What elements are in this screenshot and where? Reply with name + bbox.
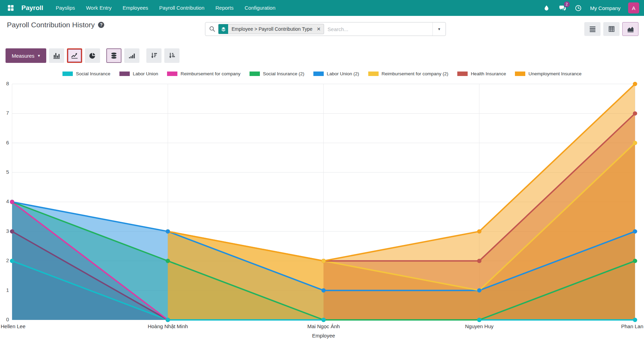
data-point[interactable] bbox=[322, 288, 325, 292]
legend-item[interactable]: Reimbursement for company bbox=[167, 71, 240, 76]
facet-remove-icon[interactable] bbox=[316, 24, 324, 34]
sort-ascending-button[interactable] bbox=[164, 48, 179, 63]
y-tick-label: 6 bbox=[6, 140, 9, 145]
list-view-button[interactable] bbox=[584, 22, 601, 36]
x-tick-label: Phan Lan bbox=[621, 323, 643, 329]
nav-item-reports[interactable]: Reports bbox=[211, 0, 238, 16]
measures-label: Measures bbox=[12, 53, 35, 59]
stacked-toggle-button[interactable] bbox=[106, 48, 121, 63]
search-icon bbox=[209, 26, 216, 32]
search-facet-groupby[interactable]: Employee > Payroll Contribution Type bbox=[218, 24, 324, 34]
data-point[interactable] bbox=[322, 318, 325, 322]
graph-view-button[interactable] bbox=[622, 22, 638, 36]
view-switcher bbox=[584, 22, 638, 36]
data-point[interactable] bbox=[10, 229, 14, 233]
data-point[interactable] bbox=[633, 112, 637, 115]
legend-item[interactable]: Labor Union bbox=[119, 71, 158, 76]
page-title-text: Payroll Contribution History bbox=[7, 21, 95, 29]
y-tick-label: 5 bbox=[6, 169, 9, 175]
x-axis-title: Employee bbox=[312, 333, 335, 339]
nav-item-work-entry[interactable]: Work Entry bbox=[81, 0, 116, 16]
legend-swatch bbox=[457, 72, 468, 76]
data-point[interactable] bbox=[477, 288, 481, 292]
legend-item[interactable]: Social Insurance (2) bbox=[250, 71, 304, 76]
legend-label: Unemployment Insurance bbox=[528, 71, 582, 76]
chart-area: 012345678Hellen LeeHoàng Nhật MinhMai Ng… bbox=[0, 80, 644, 342]
data-point[interactable] bbox=[166, 259, 170, 263]
nav-item-payroll-contribution[interactable]: Payroll Contribution bbox=[154, 0, 209, 16]
x-tick-label: Nguyen Huy bbox=[465, 323, 494, 329]
nav-item-payslips[interactable]: Payslips bbox=[51, 0, 80, 16]
messages-icon[interactable]: 2 bbox=[558, 4, 567, 12]
search-dropdown-toggle[interactable] bbox=[432, 22, 446, 36]
data-point[interactable] bbox=[477, 318, 481, 322]
data-point[interactable] bbox=[166, 229, 170, 233]
legend-label: Health Insurance bbox=[471, 71, 506, 76]
legend-swatch bbox=[250, 72, 260, 76]
search-input[interactable]: Search... bbox=[328, 26, 432, 32]
data-point[interactable] bbox=[633, 229, 637, 233]
pivot-view-button[interactable] bbox=[603, 22, 619, 36]
y-tick-label: 0 bbox=[6, 316, 9, 322]
sort-descending-button[interactable] bbox=[146, 48, 162, 63]
y-tick-label: 4 bbox=[6, 198, 9, 204]
legend-label: Labor Union bbox=[133, 71, 158, 76]
y-tick-label: 7 bbox=[6, 110, 9, 116]
messages-count-badge: 2 bbox=[564, 1, 570, 7]
y-tick-label: 2 bbox=[6, 257, 9, 263]
legend-item[interactable]: Reimbursement for company (2) bbox=[368, 71, 449, 76]
y-tick-label: 3 bbox=[6, 228, 9, 234]
legend-item[interactable]: Unemployment Insurance bbox=[515, 71, 582, 76]
nav-item-employees[interactable]: Employees bbox=[118, 0, 153, 16]
data-point[interactable] bbox=[633, 318, 637, 322]
data-point[interactable] bbox=[477, 229, 481, 233]
legend-swatch bbox=[515, 72, 525, 76]
x-tick-label: Hoàng Nhật Minh bbox=[148, 323, 188, 329]
drop-icon[interactable] bbox=[543, 4, 551, 12]
search-facet-label: Employee > Payroll Contribution Type bbox=[228, 24, 316, 34]
graph-toolbar: Measures bbox=[6, 48, 179, 63]
measures-button[interactable]: Measures bbox=[6, 48, 46, 63]
layers-icon bbox=[218, 24, 228, 34]
legend-swatch bbox=[119, 72, 130, 76]
legend-swatch bbox=[62, 72, 73, 76]
page-title: Payroll Contribution History bbox=[7, 21, 104, 29]
user-avatar[interactable]: A bbox=[628, 2, 639, 13]
data-point[interactable] bbox=[633, 82, 637, 86]
help-icon[interactable] bbox=[98, 22, 104, 28]
legend-label: Social Insurance bbox=[76, 71, 110, 76]
app-name[interactable]: Payroll bbox=[21, 4, 43, 12]
cumulative-toggle-button[interactable] bbox=[124, 48, 139, 63]
data-point[interactable] bbox=[633, 141, 637, 145]
chart-svg: 012345678Hellen LeeHoàng Nhật MinhMai Ng… bbox=[0, 80, 644, 342]
nav-item-configuration[interactable]: Configuration bbox=[240, 0, 280, 16]
chart-legend: Social InsuranceLabor UnionReimbursement… bbox=[0, 71, 644, 76]
legend-label: Social Insurance (2) bbox=[263, 71, 304, 76]
legend-swatch bbox=[368, 72, 379, 76]
top-navbar: Payroll Payslips Work Entry Employees Pa… bbox=[0, 0, 644, 16]
pie-chart-button[interactable] bbox=[85, 48, 100, 63]
legend-label: Reimbursement for company (2) bbox=[382, 71, 449, 76]
legend-item[interactable]: Health Insurance bbox=[457, 71, 506, 76]
legend-item[interactable]: Social Insurance bbox=[62, 71, 110, 76]
bar-chart-button[interactable] bbox=[49, 48, 64, 63]
search-bar[interactable]: Employee > Payroll Contribution Type Sea… bbox=[205, 22, 446, 36]
x-tick-label: Mai Ngọc Ánh bbox=[307, 323, 340, 329]
data-point[interactable] bbox=[322, 259, 325, 263]
legend-item[interactable]: Labor Union (2) bbox=[313, 71, 359, 76]
legend-swatch bbox=[167, 72, 177, 76]
data-point[interactable] bbox=[10, 200, 14, 204]
y-tick-label: 1 bbox=[6, 287, 9, 293]
legend-swatch bbox=[313, 72, 324, 76]
company-switcher[interactable]: My Company bbox=[590, 5, 621, 11]
data-point[interactable] bbox=[633, 259, 637, 263]
activities-clock-icon[interactable] bbox=[574, 4, 583, 12]
y-tick-label: 8 bbox=[6, 80, 9, 86]
line-chart-button[interactable] bbox=[67, 48, 82, 63]
legend-label: Reimbursement for company bbox=[180, 71, 240, 76]
navbar-systray: 2 My Company A bbox=[543, 2, 639, 13]
apps-grid-icon[interactable] bbox=[5, 2, 17, 14]
data-point[interactable] bbox=[477, 259, 481, 263]
data-point[interactable] bbox=[166, 318, 170, 322]
data-point[interactable] bbox=[10, 259, 14, 263]
